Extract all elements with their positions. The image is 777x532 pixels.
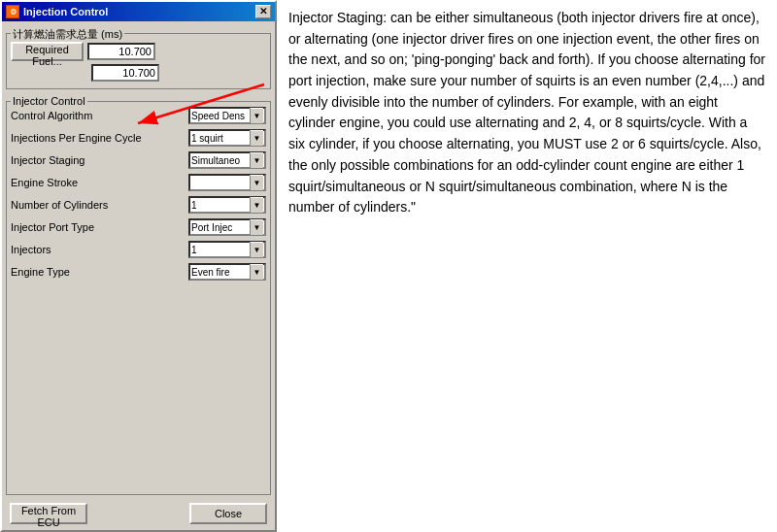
injectors-value: 1 bbox=[191, 245, 250, 255]
engine-stroke-dropdown[interactable]: ▼ bbox=[188, 174, 266, 191]
injectors-dropdown[interactable]: 1 ▼ bbox=[188, 241, 266, 258]
injector-label-0: Control Algorithm bbox=[11, 110, 188, 121]
port-type-dropdown[interactable]: Port Injec ▼ bbox=[188, 218, 266, 236]
injector-row-4: Number of Cylinders 1 ▼ bbox=[11, 195, 266, 215]
chevron-down-icon-3: ▼ bbox=[250, 152, 263, 168]
injector-row-7: Engine Type Even fire ▼ bbox=[11, 262, 266, 282]
injector-label-5: Injector Port Type bbox=[11, 221, 188, 233]
fetch-from-ecu-button[interactable]: Fetch From ECU bbox=[10, 503, 87, 524]
chevron-down-icon-4: ▼ bbox=[250, 175, 263, 190]
injector-label-6: Injectors bbox=[11, 244, 188, 255]
close-button[interactable]: ✕ bbox=[255, 5, 271, 18]
required-fuel-button[interactable]: Required Fuel... bbox=[11, 42, 84, 61]
help-panel: Injector Staging: can be either simultan… bbox=[277, 0, 777, 532]
injector-staging-value: Simultaneo bbox=[191, 155, 250, 166]
fuel-section: 计算燃油需求总量 (ms) Required Fuel... bbox=[6, 33, 271, 89]
bottom-buttons: Fetch From ECU Close bbox=[6, 499, 271, 526]
dialog-window: ⚙ Injection Control ✕ 计算燃油需求总量 (ms) Requ… bbox=[0, 0, 277, 532]
port-type-value: Port Injec bbox=[191, 222, 250, 233]
cylinders-value: 1 bbox=[191, 200, 250, 211]
control-algorithm-dropdown[interactable]: Speed Dens ▼ bbox=[188, 107, 266, 124]
injector-row-3: Engine Stroke ▼ bbox=[11, 173, 266, 192]
chevron-down-icon-6: ▼ bbox=[250, 219, 263, 235]
close-dialog-button[interactable]: Close bbox=[189, 503, 267, 524]
injections-per-cycle-dropdown[interactable]: 1 squirt ▼ bbox=[188, 129, 266, 147]
chevron-down-icon: ▼ bbox=[250, 108, 263, 123]
engine-type-value: Even fire bbox=[191, 267, 250, 278]
injector-label-3: Engine Stroke bbox=[11, 177, 188, 188]
injector-staging-dropdown[interactable]: Simultaneo ▼ bbox=[188, 151, 266, 169]
control-algorithm-value: Speed Dens bbox=[191, 111, 250, 121]
injector-label-2: Injector Staging bbox=[11, 154, 188, 166]
injector-label-4: Number of Cylinders bbox=[11, 199, 188, 211]
dialog-content: 计算燃油需求总量 (ms) Required Fuel... Injector … bbox=[2, 21, 275, 530]
injector-row-6: Injectors 1 ▼ bbox=[11, 240, 266, 259]
chevron-down-icon-5: ▼ bbox=[250, 197, 263, 213]
window-title: Injection Control bbox=[23, 6, 108, 17]
injector-row-5: Injector Port Type Port Injec ▼ bbox=[11, 217, 266, 237]
title-bar: ⚙ Injection Control ✕ bbox=[2, 2, 275, 21]
engine-type-dropdown[interactable]: Even fire ▼ bbox=[188, 263, 266, 281]
chevron-down-icon-8: ▼ bbox=[250, 264, 263, 280]
chevron-down-icon-2: ▼ bbox=[250, 130, 263, 146]
injector-row-2: Injector Staging Simultaneo ▼ bbox=[11, 150, 266, 170]
injector-row-1: Injections Per Engine Cycle 1 squirt ▼ bbox=[11, 128, 266, 148]
injector-row-0: Control Algorithm Speed Dens ▼ bbox=[11, 106, 266, 125]
help-text: Injector Staging: can be either simultan… bbox=[288, 8, 765, 218]
injector-label-1: Injections Per Engine Cycle bbox=[11, 132, 188, 144]
title-bar-left: ⚙ Injection Control bbox=[6, 5, 108, 18]
fuel-value-2[interactable] bbox=[91, 64, 159, 82]
injector-section: Injector Control Control Algorithm Speed… bbox=[6, 101, 271, 495]
injections-per-cycle-value: 1 squirt bbox=[191, 133, 250, 144]
chevron-down-icon-7: ▼ bbox=[250, 242, 263, 257]
fuel-value-1[interactable] bbox=[87, 43, 155, 60]
window-icon: ⚙ bbox=[6, 5, 19, 18]
injector-label-7: Engine Type bbox=[11, 266, 188, 278]
fuel-section-legend: 计算燃油需求总量 (ms) bbox=[11, 27, 124, 42]
injector-legend: Injector Control bbox=[11, 95, 87, 107]
fuel-row-1: Required Fuel... bbox=[11, 42, 266, 61]
cylinders-dropdown[interactable]: 1 ▼ bbox=[188, 196, 266, 214]
